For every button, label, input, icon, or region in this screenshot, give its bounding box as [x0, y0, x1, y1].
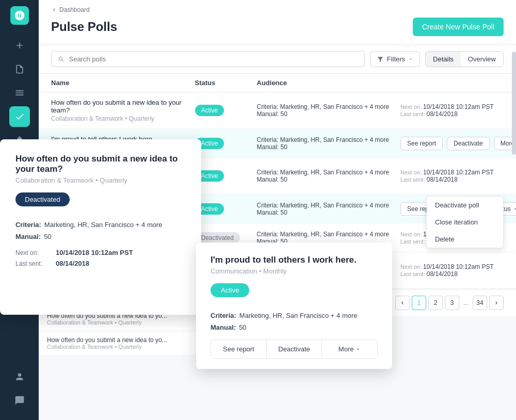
- manual-text: Manual: 50: [257, 176, 401, 183]
- status-badge: Active: [195, 105, 224, 116]
- last-sent-value: 08/14/2018: [56, 260, 89, 267]
- audience-text: Criteria: Marketing, HR, San Francisco +…: [257, 136, 401, 143]
- last-sent-label: Last sent: 08/14/2018: [400, 110, 504, 118]
- dropdown-delete[interactable]: Delete: [427, 231, 503, 248]
- manual-value: 50: [44, 233, 51, 240]
- bg-row-meta: Collaboration & Teamwork • Quarterly: [47, 319, 189, 326]
- next-on-row: Next on: 10/14/2018 10:12am PST: [15, 249, 186, 256]
- criteria-row-2: Criteria: Marketing, HR, San Francisco +…: [211, 312, 378, 319]
- manual-label-2: Manual:: [211, 324, 236, 331]
- bg-row-meta: Collaboration & Teamwork • Quarterly: [47, 344, 189, 350]
- schedule-cell: Next on: 10/14/2018 10:12am PST Last sen…: [400, 103, 504, 118]
- status-cell: Active: [195, 105, 257, 116]
- criteria-row: Criteria: Marketing, HR, San Francisco +…: [15, 221, 186, 229]
- row-actions: See report Deactivate More: [400, 137, 504, 150]
- last-sent-row: Last sent: 08/14/2018: [15, 260, 186, 267]
- criteria-value: Marketing, HR, San Francisco + 4 more: [44, 221, 163, 229]
- criteria-label: Criteria:: [15, 221, 41, 229]
- prev-page-button[interactable]: [395, 296, 410, 310]
- last-sent-label: Last sent:: [15, 260, 52, 267]
- sidebar-item-profile[interactable]: [9, 366, 30, 387]
- page-3-button[interactable]: 3: [445, 296, 459, 310]
- manual-row: Manual: 50: [15, 233, 186, 240]
- active-badge: Active: [211, 283, 249, 297]
- chevron-down-icon: [513, 206, 516, 212]
- page-34-button[interactable]: 34: [473, 296, 487, 310]
- breadcrumb: Dashboard: [51, 6, 504, 13]
- audience-text: Criteria: Marketing, HR, San Francisco +…: [257, 103, 401, 110]
- criteria-value-2: Marketing, HR, San Francisco + 4 more: [239, 312, 358, 319]
- filters-label: Filters: [387, 55, 405, 63]
- header: Dashboard Pulse Polls Create New Pulse P…: [39, 0, 516, 45]
- chevron-down-icon: [408, 57, 413, 62]
- deactivated-badge: Deactivated: [15, 192, 70, 206]
- page-title: Pulse Polls: [51, 20, 117, 34]
- filter-icon: [377, 56, 384, 63]
- card-more-button[interactable]: More: [322, 340, 377, 358]
- audience-text: Criteria: Marketing, HR, San Francisco +…: [257, 202, 401, 209]
- col-header-actions: [400, 79, 504, 87]
- col-header-audience: Audience: [257, 79, 401, 87]
- poll-name: How often do you submit a new idea to yo…: [51, 99, 195, 114]
- card-see-report-button[interactable]: See report: [211, 340, 267, 358]
- next-page-button[interactable]: [489, 296, 504, 310]
- action-cell: See report Deactivate More: [400, 137, 504, 150]
- dropdown-close-iteration[interactable]: Close iteration: [427, 214, 503, 231]
- filters-button[interactable]: Filters: [370, 51, 420, 67]
- manual-value-2: 50: [239, 324, 246, 331]
- card-poll-meta: Collaboration & Teamwork • Quarterly: [15, 176, 186, 184]
- table-row: How often do you submit a new idea to yo…: [39, 92, 516, 129]
- card-poll-name: How often do you submit a new idea to yo…: [15, 154, 186, 174]
- dropdown-deactivate-poll[interactable]: Deactivate poll: [427, 197, 503, 214]
- criteria-label-2: Criteria:: [211, 312, 236, 319]
- manual-label: Manual:: [15, 233, 41, 240]
- sidebar-item-polls[interactable]: [9, 106, 30, 127]
- next-on-value: 10/14/2018 10:12am PST: [423, 103, 494, 110]
- table-header: Name Status Audience: [39, 74, 516, 92]
- manual-row-2: Manual: 50: [211, 324, 378, 331]
- schedule-cell: Next on: 10/14/2018 10:12am PST Last sen…: [400, 169, 504, 183]
- bg-row-name: How often do you submit a new idea to yo…: [47, 336, 189, 344]
- card-deactivate-button[interactable]: Deactivate: [267, 340, 322, 358]
- toolbar: Filters Details Overview: [39, 45, 516, 74]
- deactivate-button[interactable]: Deactivate: [447, 137, 490, 150]
- view-overview-button[interactable]: Overview: [461, 52, 503, 67]
- col-header-name: Name: [51, 79, 195, 87]
- card-actions: See report Deactivate More: [211, 340, 378, 359]
- search-icon: [58, 56, 64, 63]
- sidebar-item-chat[interactable]: [9, 390, 30, 411]
- app-logo[interactable]: [10, 6, 29, 25]
- card-poll-meta-2: Communication • Monthly: [211, 267, 378, 275]
- view-details-button[interactable]: Details: [426, 52, 461, 67]
- manual-text: Manual: 50: [257, 110, 401, 118]
- sidebar-item-documents[interactable]: [9, 59, 30, 79]
- status-badge: Deactivated: [195, 232, 240, 244]
- audience-cell: Criteria: Marketing, HR, San Francisco +…: [257, 103, 401, 118]
- search-box[interactable]: [51, 51, 365, 67]
- poll-detail-card-2: I'm proud to tell others I work here. Co…: [196, 243, 392, 369]
- sidebar-item-settings[interactable]: [9, 83, 30, 103]
- pagination: 1 2 3 ... 34: [395, 296, 504, 310]
- scrollbar[interactable]: [512, 52, 516, 155]
- next-on-value: 10/14/2018 10:12am PST: [423, 263, 494, 270]
- page-1-button[interactable]: 1: [412, 296, 426, 310]
- next-on-value: 10/14/2018 10:12am PST: [56, 249, 133, 256]
- status-cell: Active: [195, 170, 257, 182]
- page-dots: ...: [461, 299, 471, 306]
- last-sent-label: Last sent: 08/14/2018: [400, 176, 504, 183]
- audience-cell: Criteria: Marketing, HR, San Francisco +…: [257, 136, 401, 151]
- poll-name-cell: How often do you submit a new idea to yo…: [51, 99, 195, 122]
- page-2-button[interactable]: 2: [428, 296, 443, 310]
- card-poll-name-2: I'm proud to tell others I work here.: [211, 255, 378, 265]
- search-input[interactable]: [69, 55, 358, 63]
- see-report-button[interactable]: See report: [400, 137, 443, 150]
- sidebar-item-upload[interactable]: [9, 35, 30, 56]
- next-on-label: Next on: 10/14/2018 10:12am PST: [400, 103, 504, 110]
- schedule-cell: Next on: 10/14/2018 10:12am PST Last sen…: [400, 263, 504, 278]
- audience-text: Criteria: Marketing, HR, San Francisco +…: [257, 169, 401, 176]
- status-cell: Active: [195, 203, 257, 215]
- header-title-row: Pulse Polls Create New Pulse Poll: [51, 18, 504, 44]
- create-new-poll-button[interactable]: Create New Pulse Poll: [413, 18, 504, 36]
- next-on-value: 10/14/2018 10:12am PST: [423, 169, 494, 176]
- next-on-label: Next on:: [15, 249, 52, 256]
